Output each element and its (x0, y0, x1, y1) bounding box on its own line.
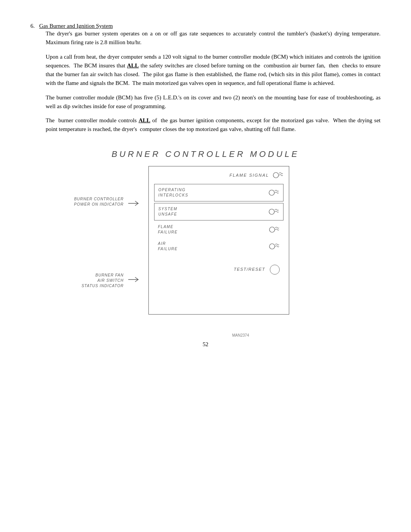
section-heading: 6. Gas Burner and Ignition System (30, 23, 381, 29)
diagram-area: BURNER CONTROLLER MODULE BURNER CONTROLL… (30, 149, 381, 326)
operating-interlocks-led (269, 189, 279, 197)
flame-signal-led (273, 171, 284, 179)
label-operating-interlocks: OPERATINGINTERLOCKS (158, 187, 188, 198)
label-burner-fan: BURNER FANAIR SWITCHSTATUS INDICATOR (65, 273, 124, 289)
diagram-title: BURNER CONTROLLER MODULE (112, 149, 299, 159)
paragraph-4: The burner controller module controls AL… (46, 116, 381, 134)
test-reset-button[interactable] (270, 265, 280, 275)
label-air-failure: AIRFAILURE (158, 241, 178, 252)
svg-point-3 (269, 227, 275, 232)
flame-signal-label: FLAME SIGNAL (229, 173, 269, 177)
arrow-top-indicator (127, 198, 141, 209)
arrow-bottom-indicator (127, 274, 141, 285)
air-failure-led (269, 242, 280, 251)
label-burner-controller: BURNER CONTROLLERPOWER ON INDICATOR (65, 197, 124, 207)
bcm-box: FLAME SIGNAL OPERATINGINTERLOCKS (148, 166, 289, 315)
diagram-wrapper: BURNER CONTROLLERPOWER ON INDICATOR BURN… (65, 166, 346, 326)
paragraph-1: The dryer's gas burner system operates o… (46, 29, 381, 47)
label-flame-failure: FLAMEFAILURE (158, 224, 178, 235)
section-title: Gas Burner and Ignition System (39, 23, 113, 29)
svg-point-0 (273, 173, 279, 178)
section-number: 6. (30, 23, 35, 29)
svg-point-1 (269, 190, 274, 195)
man-number: MAN2374 (232, 333, 249, 337)
page: 6. Gas Burner and Ignition System The dr… (0, 0, 411, 532)
flame-failure-led (269, 225, 280, 234)
svg-point-4 (269, 244, 275, 249)
paragraph-2: Upon a call from heat, the dryer compute… (46, 53, 381, 88)
test-reset-label: TEST/RESET (234, 267, 265, 272)
paragraph-3: The burner controller module (BCM) has f… (46, 93, 381, 111)
svg-point-2 (269, 209, 274, 214)
page-number: 52 (30, 341, 381, 348)
system-unsafe-led (269, 208, 279, 216)
label-system-unsafe: SYSTEMUNSAFE (158, 206, 177, 217)
